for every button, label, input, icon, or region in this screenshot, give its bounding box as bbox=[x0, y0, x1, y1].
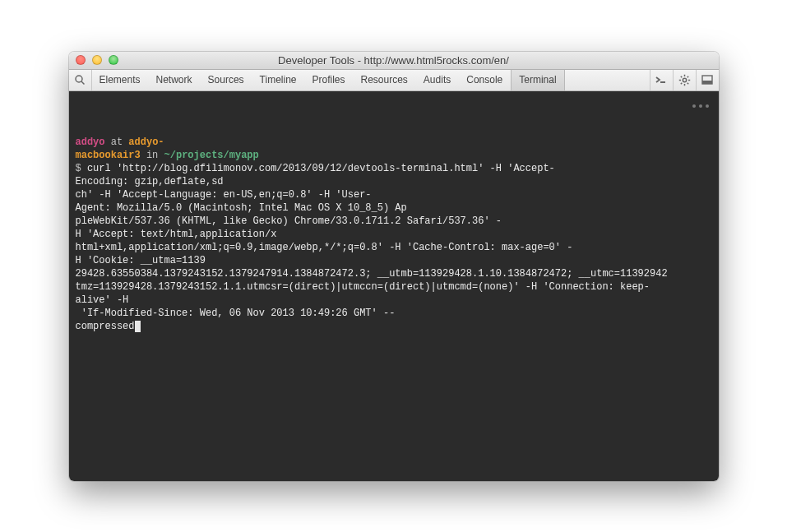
terminal-content: addyo at addyo- macbookair3 in ~/project… bbox=[76, 136, 712, 333]
tab-resources[interactable]: Resources bbox=[354, 70, 416, 90]
devtools-window: Developer Tools - http://www.html5rocks.… bbox=[69, 52, 719, 481]
minimize-button[interactable] bbox=[92, 55, 102, 65]
prompt-user: addyo bbox=[76, 136, 105, 148]
titlebar: Developer Tools - http://www.html5rocks.… bbox=[69, 52, 719, 70]
svg-rect-13 bbox=[702, 81, 712, 84]
toolbar: ElementsNetworkSourcesTimelineProfilesRe… bbox=[69, 70, 719, 91]
svg-line-11 bbox=[687, 76, 688, 77]
gear-icon[interactable] bbox=[673, 70, 696, 90]
window-title: Developer Tools - http://www.html5rocks.… bbox=[69, 54, 719, 67]
prompt-at: at bbox=[105, 136, 129, 148]
tab-profiles[interactable]: Profiles bbox=[304, 70, 353, 90]
tab-network[interactable]: Network bbox=[149, 70, 201, 90]
svg-point-0 bbox=[76, 76, 82, 82]
tabs: ElementsNetworkSourcesTimelineProfilesRe… bbox=[92, 70, 650, 90]
prompt-symbol: $ bbox=[76, 163, 87, 174]
toolbar-right bbox=[650, 70, 719, 90]
tab-timeline[interactable]: Timeline bbox=[252, 70, 305, 90]
tab-sources[interactable]: Sources bbox=[201, 70, 252, 90]
close-button[interactable] bbox=[76, 55, 86, 65]
terminal-panel[interactable]: addyo at addyo- macbookair3 in ~/project… bbox=[69, 91, 719, 481]
dock-icon[interactable] bbox=[696, 70, 719, 90]
prompt-host2: macbookair3 bbox=[76, 150, 141, 161]
svg-line-10 bbox=[680, 82, 682, 84]
tab-elements[interactable]: Elements bbox=[92, 70, 149, 90]
prompt-path: ~/projects/myapp bbox=[164, 150, 259, 161]
terminal-command: curl 'http://blog.dfilimonov.com/2013/09… bbox=[76, 163, 668, 332]
svg-point-3 bbox=[683, 78, 686, 81]
cursor bbox=[135, 321, 141, 332]
svg-line-8 bbox=[680, 76, 682, 77]
traffic-lights bbox=[69, 55, 118, 65]
search-icon[interactable] bbox=[69, 70, 92, 90]
overflow-menu-icon[interactable] bbox=[692, 104, 709, 108]
tab-console[interactable]: Console bbox=[459, 70, 511, 90]
console-toggle-icon[interactable] bbox=[650, 70, 673, 90]
zoom-button[interactable] bbox=[109, 55, 118, 65]
svg-line-9 bbox=[687, 82, 688, 84]
prompt-in: in bbox=[141, 150, 164, 161]
tab-audits[interactable]: Audits bbox=[416, 70, 459, 90]
tab-terminal[interactable]: Terminal bbox=[511, 70, 564, 90]
svg-line-1 bbox=[81, 81, 85, 85]
prompt-host: addyo- bbox=[128, 136, 164, 148]
